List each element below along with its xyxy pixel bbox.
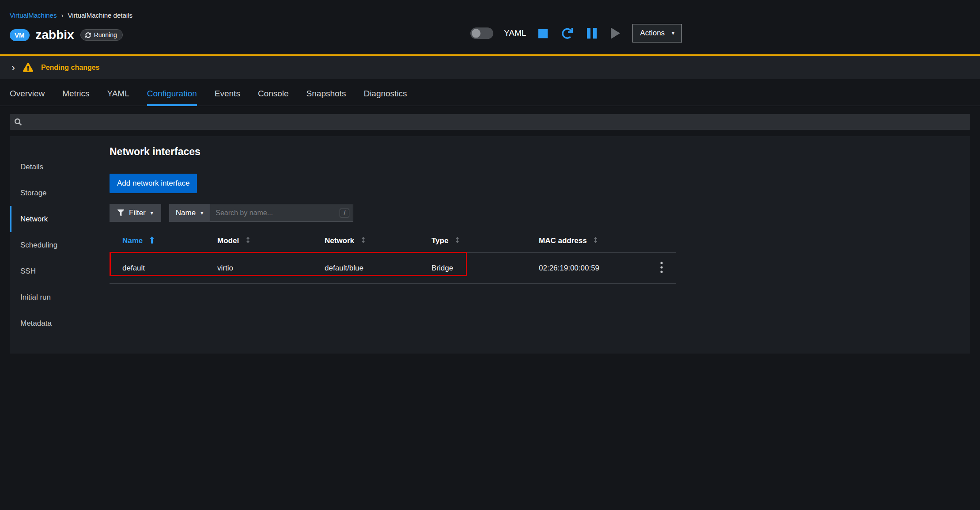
tab-console[interactable]: Console xyxy=(249,83,298,106)
column-label: Type xyxy=(431,236,448,245)
cell-mac-address: 02:26:19:00:00:59 xyxy=(532,253,647,284)
table-toolbar: Filter ▾ Name ▾ / xyxy=(110,204,957,222)
caret-down-icon: ▾ xyxy=(201,210,203,216)
pause-button[interactable] xyxy=(585,26,598,40)
column-header-network[interactable]: Network xyxy=(318,230,424,253)
row-kebab-menu-button[interactable] xyxy=(656,260,667,276)
breadcrumb: VirtualMachines › VirtualMachine details xyxy=(0,0,980,19)
sort-icon xyxy=(246,236,250,246)
vm-title-bar: VM zabbix Running YAML xyxy=(0,19,980,45)
sidebar-item-ssh[interactable]: SSH xyxy=(10,258,110,284)
add-network-interface-button[interactable]: Add network interface xyxy=(110,174,197,193)
cell-model: virtio xyxy=(210,253,318,284)
actions-label: Actions xyxy=(640,29,665,38)
sort-icon xyxy=(361,236,366,246)
column-label: Model xyxy=(217,236,239,245)
tab-diagnostics[interactable]: Diagnostics xyxy=(355,83,416,106)
vm-name: zabbix xyxy=(36,28,74,42)
sort-ascending-icon xyxy=(149,236,155,246)
caret-down-icon: ▾ xyxy=(151,210,153,216)
filter-icon xyxy=(117,209,124,216)
yaml-toggle-label: YAML xyxy=(504,28,526,38)
play-button[interactable] xyxy=(609,26,622,41)
search-field-label: Name xyxy=(176,209,196,217)
restart-button[interactable] xyxy=(560,26,575,41)
tab-overview[interactable]: Overview xyxy=(1,83,53,106)
sidebar-item-storage[interactable]: Storage xyxy=(10,180,110,206)
sort-icon xyxy=(455,236,460,246)
pending-changes-alert: › Pending changes xyxy=(0,54,980,79)
stop-button[interactable] xyxy=(537,27,549,40)
name-search-input[interactable] xyxy=(210,204,353,222)
table-row: default virtio default/blue Bridge 02:26… xyxy=(110,253,676,284)
cell-name: default xyxy=(110,253,210,284)
sidebar-item-metadata[interactable]: Metadata xyxy=(10,310,110,336)
column-header-actions xyxy=(647,230,676,253)
column-header-mac-address[interactable]: MAC address xyxy=(532,230,647,253)
kebab-icon xyxy=(660,262,663,273)
sort-icon xyxy=(593,236,598,246)
warning-icon xyxy=(23,62,33,72)
column-label: Name xyxy=(122,236,143,245)
yaml-toggle[interactable] xyxy=(470,27,493,39)
breadcrumb-current-page: VirtualMachine details xyxy=(68,11,132,19)
stop-icon xyxy=(538,29,548,38)
vm-kind-badge: VM xyxy=(10,29,30,41)
table-header-row: Name Model xyxy=(110,230,676,253)
sidebar-item-initial-run[interactable]: Initial run xyxy=(10,284,110,310)
network-interfaces-table: Name Model xyxy=(110,230,676,284)
section-title: Network interfaces xyxy=(110,146,957,158)
breadcrumb-link-virtualmachines[interactable]: VirtualMachines xyxy=(10,11,57,19)
tab-metrics[interactable]: Metrics xyxy=(53,83,98,106)
search-icon xyxy=(15,118,22,126)
configuration-sidenav: Details Storage Network Scheduling SSH I… xyxy=(10,136,110,354)
cell-type: Bridge xyxy=(424,253,532,284)
vm-action-controls: YAML Actions ▾ xyxy=(470,24,682,42)
column-header-name[interactable]: Name xyxy=(110,230,210,253)
column-header-model[interactable]: Model xyxy=(210,230,318,253)
network-interfaces-section: Network interfaces Add network interface… xyxy=(110,136,970,354)
play-icon xyxy=(611,27,620,39)
column-label: Network xyxy=(325,236,354,245)
filter-dropdown-label: Filter xyxy=(129,209,146,217)
configuration-search-input[interactable] xyxy=(25,118,965,126)
configuration-search-bar[interactable] xyxy=(10,114,970,130)
cell-network: default/blue xyxy=(318,253,424,284)
filter-dropdown[interactable]: Filter ▾ xyxy=(110,204,161,222)
sidebar-item-scheduling[interactable]: Scheduling xyxy=(10,232,110,258)
sidebar-item-network[interactable]: Network xyxy=(10,206,110,232)
pause-icon xyxy=(587,28,597,38)
search-field-dropdown[interactable]: Name ▾ xyxy=(169,204,210,222)
alert-title: Pending changes xyxy=(41,64,99,72)
toggle-knob xyxy=(472,29,481,38)
sidebar-item-details[interactable]: Details xyxy=(10,154,110,180)
vm-details-page: VirtualMachines › VirtualMachine details… xyxy=(0,0,980,354)
tab-events[interactable]: Events xyxy=(206,83,249,106)
configuration-panel: Details Storage Network Scheduling SSH I… xyxy=(10,136,970,354)
column-label: MAC address xyxy=(539,236,587,245)
restart-icon xyxy=(562,28,573,39)
vm-status-badge[interactable]: Running xyxy=(80,29,123,41)
breadcrumb-chevron-icon: › xyxy=(61,11,63,19)
tab-configuration[interactable]: Configuration xyxy=(138,83,206,106)
actions-dropdown-button[interactable]: Actions ▾ xyxy=(632,24,682,42)
vm-status-label: Running xyxy=(94,31,117,38)
tab-yaml[interactable]: YAML xyxy=(98,83,138,106)
sync-icon xyxy=(85,32,91,38)
column-header-type[interactable]: Type xyxy=(424,230,532,253)
tab-snapshots[interactable]: Snapshots xyxy=(298,83,355,106)
tab-bar: Overview Metrics YAML Configuration Even… xyxy=(0,80,980,106)
caret-down-icon: ▾ xyxy=(672,30,674,36)
alert-expand-button[interactable]: › xyxy=(11,62,15,73)
name-search: / xyxy=(210,204,353,222)
